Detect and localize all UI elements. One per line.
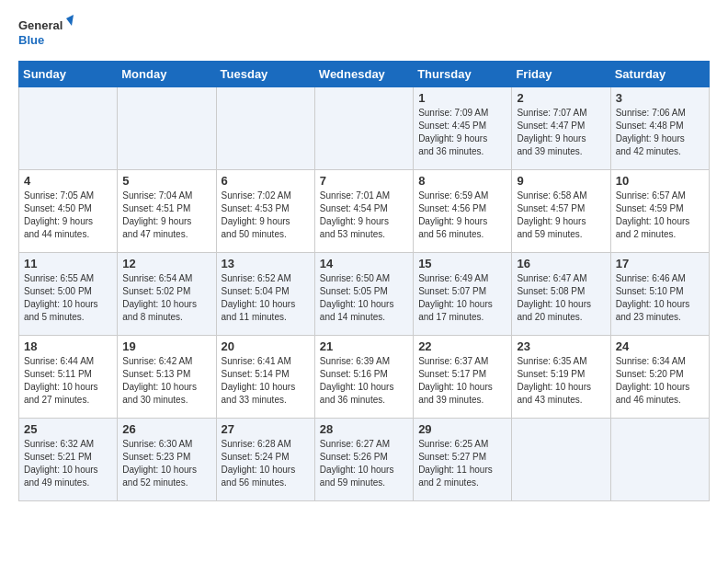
calendar-cell: 14Sunrise: 6:50 AM Sunset: 5:05 PM Dayli… (314, 253, 413, 336)
day-info: Sunrise: 7:01 AM Sunset: 4:54 PM Dayligh… (320, 190, 408, 241)
day-info: Sunrise: 6:39 AM Sunset: 5:16 PM Dayligh… (320, 355, 408, 407)
header-row: SundayMondayTuesdayWednesdayThursdayFrid… (19, 62, 710, 87)
calendar-table: SundayMondayTuesdayWednesdayThursdayFrid… (18, 61, 710, 501)
day-number: 18 (24, 339, 112, 353)
day-info: Sunrise: 6:46 AM Sunset: 5:10 PM Dayligh… (616, 272, 704, 324)
header-day-tuesday: Tuesday (216, 62, 314, 87)
calendar-cell: 25Sunrise: 6:32 AM Sunset: 5:21 PM Dayli… (19, 419, 118, 501)
header-day-wednesday: Wednesday (314, 62, 413, 87)
day-info: Sunrise: 7:05 AM Sunset: 4:50 PM Dayligh… (24, 190, 112, 241)
day-info: Sunrise: 6:57 AM Sunset: 4:59 PM Dayligh… (616, 190, 704, 241)
calendar-cell: 7Sunrise: 7:01 AM Sunset: 4:54 PM Daylig… (314, 170, 413, 253)
calendar-cell (216, 87, 314, 170)
day-info: Sunrise: 7:07 AM Sunset: 4:47 PM Dayligh… (517, 107, 605, 158)
calendar-cell: 17Sunrise: 6:46 AM Sunset: 5:10 PM Dayli… (610, 253, 709, 336)
calendar-cell: 16Sunrise: 6:47 AM Sunset: 5:08 PM Dayli… (512, 253, 610, 336)
day-number: 8 (418, 174, 506, 188)
day-info: Sunrise: 6:50 AM Sunset: 5:05 PM Dayligh… (320, 272, 408, 324)
calendar-cell: 6Sunrise: 7:02 AM Sunset: 4:53 PM Daylig… (216, 170, 314, 253)
day-info: Sunrise: 6:58 AM Sunset: 4:57 PM Dayligh… (517, 190, 605, 241)
calendar-cell (314, 87, 413, 170)
day-number: 26 (122, 422, 210, 436)
day-info: Sunrise: 6:35 AM Sunset: 5:19 PM Dayligh… (517, 355, 605, 407)
logo: General Blue (18, 15, 74, 53)
day-number: 21 (320, 339, 408, 353)
day-info: Sunrise: 6:44 AM Sunset: 5:11 PM Dayligh… (24, 355, 112, 407)
calendar-cell: 22Sunrise: 6:37 AM Sunset: 5:17 PM Dayli… (414, 336, 512, 419)
calendar-cell: 29Sunrise: 6:25 AM Sunset: 5:27 PM Dayli… (414, 419, 512, 501)
day-number: 2 (517, 91, 605, 105)
calendar-cell: 19Sunrise: 6:42 AM Sunset: 5:13 PM Dayli… (118, 336, 216, 419)
calendar-body: 1Sunrise: 7:09 AM Sunset: 4:45 PM Daylig… (19, 87, 710, 501)
calendar-cell: 11Sunrise: 6:55 AM Sunset: 5:00 PM Dayli… (19, 253, 118, 336)
day-number: 13 (222, 257, 310, 270)
day-number: 20 (222, 339, 310, 353)
calendar-header: SundayMondayTuesdayWednesdayThursdayFrid… (19, 62, 710, 87)
calendar-cell: 24Sunrise: 6:34 AM Sunset: 5:20 PM Dayli… (610, 336, 709, 419)
day-info: Sunrise: 6:37 AM Sunset: 5:17 PM Dayligh… (418, 355, 506, 407)
day-number: 6 (222, 174, 310, 188)
header-day-thursday: Thursday (414, 62, 512, 87)
calendar-cell (118, 87, 216, 170)
calendar-cell: 20Sunrise: 6:41 AM Sunset: 5:14 PM Dayli… (216, 336, 314, 419)
day-info: Sunrise: 6:42 AM Sunset: 5:13 PM Dayligh… (122, 355, 210, 407)
calendar-cell: 13Sunrise: 6:52 AM Sunset: 5:04 PM Dayli… (216, 253, 314, 336)
day-number: 17 (616, 257, 704, 270)
day-number: 1 (418, 91, 506, 105)
day-number: 24 (616, 339, 704, 353)
day-info: Sunrise: 6:34 AM Sunset: 5:20 PM Dayligh… (616, 355, 704, 407)
svg-text:Blue: Blue (18, 33, 44, 47)
calendar-cell: 2Sunrise: 7:07 AM Sunset: 4:47 PM Daylig… (512, 87, 610, 170)
day-number: 15 (418, 257, 506, 270)
header-day-friday: Friday (512, 62, 610, 87)
day-info: Sunrise: 7:02 AM Sunset: 4:53 PM Dayligh… (222, 190, 310, 241)
page-header: General Blue (18, 15, 710, 53)
day-info: Sunrise: 7:09 AM Sunset: 4:45 PM Dayligh… (418, 107, 506, 158)
calendar-cell: 5Sunrise: 7:04 AM Sunset: 4:51 PM Daylig… (118, 170, 216, 253)
day-number: 22 (418, 339, 506, 353)
day-info: Sunrise: 6:52 AM Sunset: 5:04 PM Dayligh… (222, 272, 310, 324)
day-number: 28 (320, 422, 408, 436)
day-info: Sunrise: 6:59 AM Sunset: 4:56 PM Dayligh… (418, 190, 506, 241)
header-day-saturday: Saturday (610, 62, 709, 87)
day-info: Sunrise: 7:06 AM Sunset: 4:48 PM Dayligh… (616, 107, 704, 158)
calendar-cell (610, 419, 709, 501)
calendar-cell: 8Sunrise: 6:59 AM Sunset: 4:56 PM Daylig… (414, 170, 512, 253)
day-number: 19 (122, 339, 210, 353)
calendar-cell (19, 87, 118, 170)
day-number: 29 (418, 422, 506, 436)
day-number: 16 (517, 257, 605, 270)
day-info: Sunrise: 6:28 AM Sunset: 5:24 PM Dayligh… (222, 438, 310, 489)
day-number: 11 (24, 257, 112, 270)
day-info: Sunrise: 6:32 AM Sunset: 5:21 PM Dayligh… (24, 438, 112, 489)
calendar-cell: 18Sunrise: 6:44 AM Sunset: 5:11 PM Dayli… (19, 336, 118, 419)
day-number: 25 (24, 422, 112, 436)
calendar-cell: 27Sunrise: 6:28 AM Sunset: 5:24 PM Dayli… (216, 419, 314, 501)
day-info: Sunrise: 6:47 AM Sunset: 5:08 PM Dayligh… (517, 272, 605, 324)
day-number: 23 (517, 339, 605, 353)
logo-svg: General Blue (18, 15, 74, 53)
calendar-cell: 23Sunrise: 6:35 AM Sunset: 5:19 PM Dayli… (512, 336, 610, 419)
day-number: 27 (222, 422, 310, 436)
day-number: 3 (616, 91, 704, 105)
day-info: Sunrise: 6:41 AM Sunset: 5:14 PM Dayligh… (222, 355, 310, 407)
calendar-cell: 9Sunrise: 6:58 AM Sunset: 4:57 PM Daylig… (512, 170, 610, 253)
day-info: Sunrise: 7:04 AM Sunset: 4:51 PM Dayligh… (122, 190, 210, 241)
calendar-cell: 10Sunrise: 6:57 AM Sunset: 4:59 PM Dayli… (610, 170, 709, 253)
calendar-cell: 12Sunrise: 6:54 AM Sunset: 5:02 PM Dayli… (118, 253, 216, 336)
day-number: 10 (616, 174, 704, 188)
calendar-cell: 21Sunrise: 6:39 AM Sunset: 5:16 PM Dayli… (314, 336, 413, 419)
day-info: Sunrise: 6:49 AM Sunset: 5:07 PM Dayligh… (418, 272, 506, 324)
day-number: 7 (320, 174, 408, 188)
day-info: Sunrise: 6:30 AM Sunset: 5:23 PM Dayligh… (122, 438, 210, 489)
week-row-5: 25Sunrise: 6:32 AM Sunset: 5:21 PM Dayli… (19, 419, 710, 501)
calendar-cell: 1Sunrise: 7:09 AM Sunset: 4:45 PM Daylig… (414, 87, 512, 170)
header-day-sunday: Sunday (19, 62, 118, 87)
calendar-cell: 28Sunrise: 6:27 AM Sunset: 5:26 PM Dayli… (314, 419, 413, 501)
day-number: 5 (122, 174, 210, 188)
calendar-cell: 15Sunrise: 6:49 AM Sunset: 5:07 PM Dayli… (414, 253, 512, 336)
day-number: 14 (320, 257, 408, 270)
day-number: 9 (517, 174, 605, 188)
day-info: Sunrise: 6:25 AM Sunset: 5:27 PM Dayligh… (418, 438, 506, 489)
week-row-1: 1Sunrise: 7:09 AM Sunset: 4:45 PM Daylig… (19, 87, 710, 170)
